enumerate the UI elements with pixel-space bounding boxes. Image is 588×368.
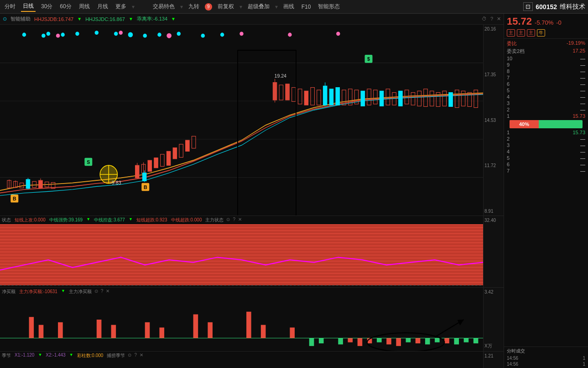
trade-val-2: 1 (583, 362, 585, 367)
toolbar-trade-feature[interactable]: 交易特色 (151, 2, 177, 11)
sell-val-10: — (580, 56, 585, 61)
panel2-close-icon[interactable]: ✕ (106, 289, 109, 295)
sell-val-2: — (580, 107, 585, 112)
panel3-category: 季节 (2, 352, 11, 359)
svg-rect-116 (338, 338, 343, 345)
toolbar-30min[interactable]: 30分 (39, 2, 54, 11)
ob-sell-6: 6 — (507, 81, 585, 87)
svg-rect-64 (399, 91, 402, 106)
ind-hhjsjdc: HHJSJDC:16.867 (85, 16, 125, 22)
sell-val-6: — (580, 81, 585, 87)
svg-point-88 (177, 32, 181, 36)
panel1-val5: 中线超跌:0.000 (171, 217, 202, 223)
chart-area: ⊙ 智能辅助 HHJSJDB:16.747 ▼ HHJSJDC:16.867 ▼… (0, 14, 504, 368)
svg-rect-112 (261, 325, 266, 338)
toolbar-more[interactable]: 更多 (114, 2, 128, 11)
svg-rect-34 (192, 136, 195, 148)
sub-panel-zhuli-state: 状态 短线上攻:0.000 中线强势:39.169 ▼ 中线控盘:3.677 ▼… (0, 216, 504, 288)
panel1-target-icon: ⊙ (226, 217, 230, 223)
stock-name: 维科技术 (560, 3, 585, 11)
panel3-target-icon: ⊙ (128, 352, 131, 359)
sell-level-3: 3 (507, 100, 510, 106)
panel2-arrow: ▼ (61, 289, 65, 295)
panel2-scale: 3.42 X万 (483, 288, 504, 351)
buy-level-7: 7 (507, 168, 510, 173)
panel1-help-icon[interactable]: ? (233, 217, 235, 223)
svg-rect-108 (159, 328, 164, 338)
svg-rect-128 (454, 338, 459, 345)
stock-header: 15.72 -5.70% -0 主 主 主 牛 (504, 14, 588, 39)
panel1-close-icon[interactable]: ✕ (238, 217, 242, 223)
toolbar-superstack[interactable]: 超级叠加 (246, 2, 271, 11)
close-indicator-icon[interactable]: ✕ (497, 16, 501, 22)
clock-icon: ⏱ (482, 16, 487, 22)
svg-point-92 (119, 31, 123, 35)
ob-buy-2: 2 — (507, 136, 585, 142)
panel3-scale: 1.21 (483, 352, 504, 368)
svg-text:S: S (87, 159, 90, 165)
panel2-category: 净买额 (2, 289, 16, 295)
panel3-label: 季节 X1:-1.120 ▼ X2:-1.443 ▼ 彩柱数:0.000 捕捞季… (2, 352, 143, 359)
svg-point-83 (95, 31, 99, 35)
panel3-help-icon[interactable]: ? (134, 352, 137, 359)
svg-rect-43 (292, 88, 296, 102)
buy-level-4: 4 (507, 149, 510, 154)
panel1-category: 状态 (2, 217, 11, 223)
svg-point-86 (143, 34, 146, 38)
buy-level-2: 2 (507, 136, 510, 142)
svg-rect-49 (311, 88, 314, 105)
toolbar-monthly[interactable]: 月线 (95, 2, 110, 11)
ob-weizhi-row: 委比 -19.19% (507, 40, 585, 47)
toolbar-daily[interactable]: 日线 (21, 1, 36, 12)
buy-sell-progress: 40% (510, 120, 583, 128)
buy-val-2: — (580, 136, 585, 142)
svg-point-89 (201, 34, 205, 38)
svg-rect-59 (367, 89, 371, 105)
sell-val-5: — (580, 88, 585, 93)
fullscreen-icon[interactable]: ⊡ (523, 2, 533, 11)
svg-rect-122 (396, 338, 401, 346)
panel2-label: 净买额 主力净买额:-10631 ▼ 主力净买额 ⊙ ? ✕ (2, 289, 109, 295)
toolbar-smart-form[interactable]: 智能形态 (316, 2, 342, 11)
svg-point-82 (75, 32, 79, 36)
svg-rect-118 (358, 338, 363, 346)
indicator-toggle[interactable]: ⊙ (3, 16, 7, 22)
svg-rect-71 (442, 91, 446, 106)
panel1-val3: 中线控盘:3.677 (94, 217, 125, 223)
ob-sell-3: 3 — (507, 100, 585, 106)
panel2-help-icon[interactable]: ? (101, 289, 104, 295)
panel3-close-icon[interactable]: ✕ (140, 352, 143, 359)
svg-text:-9.83: -9.83 (110, 180, 121, 185)
svg-rect-68 (424, 89, 427, 107)
current-price: 15.72 (507, 16, 532, 27)
panel1-val1: 短线上攻:0.000 (15, 217, 46, 223)
buy-val-1: 15.73 (572, 130, 585, 135)
ind-lijinlv: 乖离率:-6.134 (137, 16, 167, 22)
svg-rect-41 (279, 85, 283, 100)
toolbar-draw[interactable]: 画线 (281, 2, 296, 11)
time-trade: 分时成交 14:56 1 14:56 1 (504, 347, 588, 368)
ob-sell-4: 4 — (507, 94, 585, 100)
svg-point-95 (288, 33, 291, 37)
question-icon[interactable]: ? (490, 16, 493, 22)
toolbar-fuquan[interactable]: 前复权 (216, 2, 236, 11)
toolbar-niuzhuan[interactable]: 九转 (187, 2, 201, 11)
toolbar-60min[interactable]: 60分 (58, 2, 73, 11)
toolbar-weekly[interactable]: 周线 (77, 2, 92, 11)
svg-rect-33 (186, 140, 189, 151)
svg-point-79 (42, 34, 45, 38)
svg-rect-121 (386, 338, 391, 345)
svg-rect-120 (377, 338, 382, 342)
toolbar-f10[interactable]: F10 (300, 3, 313, 11)
main-chart[interactable]: B S (0, 25, 504, 216)
panel3-scale-val: 1.21 (484, 353, 503, 358)
svg-text:B: B (13, 196, 16, 201)
panel3-arrow2: ▼ (69, 352, 73, 359)
panel3-val1: X1:-1.120 (15, 352, 34, 359)
svg-rect-114 (309, 338, 314, 346)
sell-level-6: 6 (507, 81, 510, 87)
toolbar-fenshi[interactable]: 分时 (3, 2, 17, 11)
svg-rect-69 (430, 91, 434, 106)
svg-rect-109 (193, 315, 198, 338)
svg-text:B: B (144, 184, 147, 190)
